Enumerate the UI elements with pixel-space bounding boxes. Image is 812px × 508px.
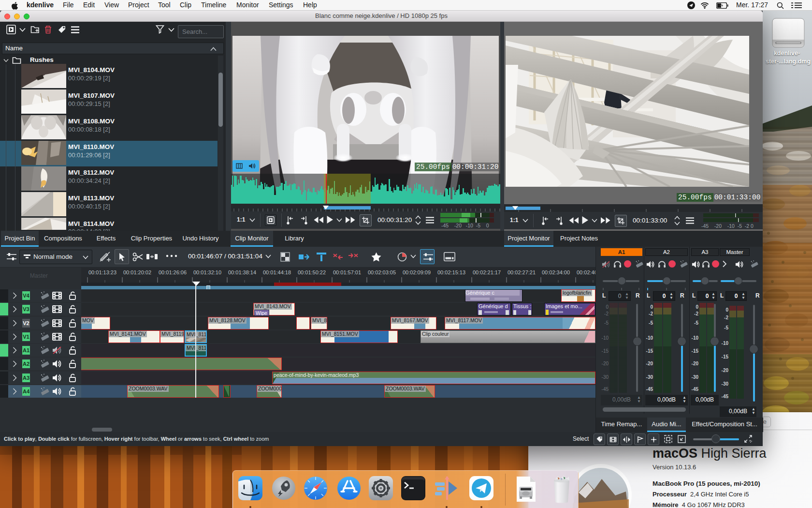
svg-text:00:02:15:13: 00:02:15:13 [437,269,465,275]
svg-text:00:01:44:18: 00:01:44:18 [263,269,291,275]
svg-text:00:02:27:21: 00:02:27:21 [508,269,536,275]
svg-text:00:01:13:23: 00:01:13:23 [88,269,116,275]
svg-text:00:02:40:0: 00:02:40:0 [577,269,595,275]
svg-text:00:01:50:22: 00:01:50:22 [298,269,326,275]
svg-text:00:01:26:06: 00:01:26:06 [159,269,187,275]
svg-text:00:01:20:02: 00:01:20:02 [123,269,151,275]
svg-text:00:02:21:17: 00:02:21:17 [473,269,501,275]
svg-text:00:02:09:09: 00:02:09:09 [403,269,431,275]
svg-text:00:01:57:01: 00:01:57:01 [333,269,361,275]
svg-text:00:02:03:05: 00:02:03:05 [368,269,396,275]
svg-text:00:01:32:10: 00:01:32:10 [193,269,221,275]
svg-text:00:02:34:00: 00:02:34:00 [542,269,570,275]
svg-text:00:01:38:14: 00:01:38:14 [228,269,256,275]
